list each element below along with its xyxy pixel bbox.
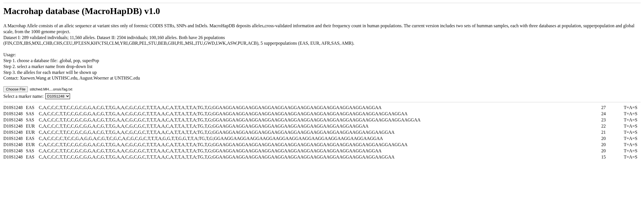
marker-select[interactable]: D10S1248 bbox=[45, 93, 70, 99]
usage-step3: Step 3. the alleles for each marker will… bbox=[3, 70, 641, 76]
result-row: D10S1248EASC,A,C,C,C,T,T,C,C,G,C,G,G,A,C… bbox=[3, 105, 641, 111]
intro-p1: A Macrohap Allele consists of an alleic … bbox=[3, 23, 639, 35]
result-pop: SAS bbox=[26, 111, 37, 116]
result-pop: SAS bbox=[26, 117, 37, 123]
marker-select-label: Select a marker name: bbox=[3, 94, 44, 99]
result-tas: T=A=S bbox=[624, 148, 641, 153]
result-pop: EUR bbox=[26, 142, 37, 147]
result-count: 20 bbox=[590, 148, 624, 153]
result-row: D10S1248SASC,A,C,C,C,T,T,C,C,G,C,G,G,A,C… bbox=[3, 148, 641, 154]
result-pop: SAS bbox=[26, 148, 37, 153]
result-pop: EUR bbox=[26, 130, 37, 135]
result-row: D10S1248SASC,A,C,C,C,T,T,C,C,G,C,G,G,A,C… bbox=[3, 111, 641, 117]
result-count: 27 bbox=[590, 105, 624, 110]
usage-block: Usage: Step 1. choose a database file: .… bbox=[3, 52, 641, 81]
result-count: 23 bbox=[590, 117, 624, 123]
result-marker: D10S1248 bbox=[3, 130, 26, 135]
result-pop: EUR bbox=[26, 124, 37, 129]
choose-file-button[interactable]: Choose File bbox=[3, 86, 28, 92]
result-marker: D10S1248 bbox=[3, 136, 26, 141]
usage-contact: Contact: Xuewen.Wang at UNTHSC.edu, Augu… bbox=[3, 75, 641, 81]
intro-p3: (FIN,CDX,IBS,MXL,CHB,CHS,CEU,JPT,ESN,KHV… bbox=[3, 40, 639, 46]
intro-block: A Macrohap Allele consists of an alleic … bbox=[3, 23, 639, 46]
result-tas: T=A=S bbox=[624, 117, 641, 123]
result-count: 21 bbox=[590, 130, 624, 135]
top-rule bbox=[3, 3, 641, 3]
result-marker: D10S1248 bbox=[3, 155, 26, 160]
result-pop: EAS bbox=[26, 155, 37, 160]
result-marker: D10S1248 bbox=[3, 111, 26, 116]
result-tas: T=A=S bbox=[624, 155, 641, 160]
marker-row: Select a marker name: D10S1248 bbox=[3, 93, 641, 99]
result-sequence: C,A,C,C,C,T,T,C,C,G,C,G,G,A,C,G,T,T,G,A,… bbox=[37, 130, 590, 135]
usage-step1: Step 1. choose a database file: .global,… bbox=[3, 58, 641, 64]
result-sequence: C,A,C,C,C,T,T,C,C,G,C,G,G,A,C,G,T,T,G,A,… bbox=[37, 148, 590, 153]
result-tas: T=A=S bbox=[624, 130, 641, 135]
chosen-file-name: stitched.MH....onsisTag.txt bbox=[30, 87, 72, 91]
result-sequence: C,A,C,C,C,C,T,C,C,G,A,G,G,A,C,G,T,C,G,C,… bbox=[37, 136, 590, 141]
result-tas: T=A=S bbox=[624, 111, 641, 116]
result-marker: D10S1248 bbox=[3, 105, 26, 110]
result-sequence: C,A,C,C,C,T,T,C,C,G,C,G,G,A,C,G,T,T,G,A,… bbox=[37, 111, 590, 116]
result-marker: D10S1248 bbox=[3, 117, 26, 123]
usage-step2: Step 2. select a marker name from drop-d… bbox=[3, 64, 641, 70]
result-marker: D10S1248 bbox=[3, 148, 26, 153]
result-row: D10S1248EURC,A,C,C,C,T,T,C,C,G,C,G,G,A,C… bbox=[3, 129, 641, 135]
result-count: 20 bbox=[590, 142, 624, 147]
file-row: Choose File stitched.MH....onsisTag.txt bbox=[3, 86, 641, 92]
result-count: 22 bbox=[590, 124, 624, 129]
result-pop: EAS bbox=[26, 136, 37, 141]
result-marker: D10S1248 bbox=[3, 142, 26, 147]
page-title: Macrohap database (MacroHapDB) v1.0 bbox=[3, 6, 641, 16]
result-row: D10S1248EURC,A,C,C,C,T,T,C,C,G,C,G,G,A,C… bbox=[3, 142, 641, 148]
result-sequence: C,A,C,C,C,T,T,C,C,G,C,G,G,A,C,G,T,T,G,A,… bbox=[37, 155, 590, 160]
usage-label: Usage: bbox=[3, 52, 641, 58]
intro-p2: Dataset I: 289 validated individuals; 11… bbox=[3, 35, 639, 41]
result-sequence: C,A,C,C,C,T,T,C,C,G,C,G,G,A,C,G,T,T,G,A,… bbox=[37, 142, 590, 147]
result-sequence: C,A,C,C,C,T,T,C,C,G,C,G,G,A,C,G,T,T,G,A,… bbox=[37, 124, 590, 129]
result-count: 15 bbox=[590, 155, 624, 160]
result-marker: D10S1248 bbox=[3, 124, 26, 129]
result-tas: T=A=S bbox=[624, 105, 641, 110]
result-row: D10S1248SASC,A,C,C,C,T,T,C,C,G,C,G,G,A,C… bbox=[3, 117, 641, 123]
result-sequence: C,A,C,C,C,T,T,C,C,G,C,G,G,A,C,G,T,T,G,A,… bbox=[37, 105, 590, 110]
result-sequence: C,A,C,C,C,T,T,C,C,G,C,G,G,A,C,G,T,T,G,A,… bbox=[37, 117, 590, 123]
result-count: 20 bbox=[590, 136, 624, 141]
result-pop: EAS bbox=[26, 105, 37, 110]
result-row: D10S1248EASC,A,C,C,C,T,T,C,C,G,C,G,G,A,C… bbox=[3, 154, 641, 160]
results-list: D10S1248EASC,A,C,C,C,T,T,C,C,G,C,G,G,A,C… bbox=[3, 105, 641, 160]
result-tas: T=A=S bbox=[624, 136, 641, 141]
result-tas: T=A=S bbox=[624, 124, 641, 129]
result-tas: T=A=S bbox=[624, 142, 641, 147]
result-row: D10S1248EURC,A,C,C,C,T,T,C,C,G,C,G,G,A,C… bbox=[3, 123, 641, 129]
result-row: D10S1248EASC,A,C,C,C,C,T,C,C,G,A,G,G,A,C… bbox=[3, 135, 641, 142]
results-separator bbox=[3, 102, 641, 102]
result-count: 24 bbox=[590, 111, 624, 116]
